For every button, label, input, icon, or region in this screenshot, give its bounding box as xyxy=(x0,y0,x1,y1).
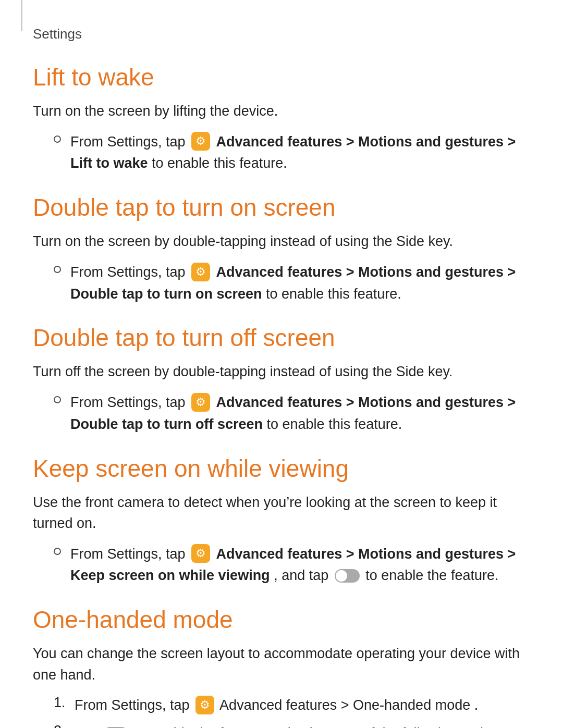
bullet-double-tap-on: From Settings, tap Advanced features > M… xyxy=(54,262,530,305)
bullet-text-lift-to-wake: From Settings, tap Advanced features > M… xyxy=(70,131,530,175)
bullet-circle-icon xyxy=(54,396,61,403)
ordered-item-1: 1. From Settings, tap Advanced features … xyxy=(54,695,530,717)
settings-icon xyxy=(191,132,210,151)
text-after-double-tap-off: to enable this feature. xyxy=(267,416,402,432)
text-from-settings-1: From Settings, tap xyxy=(75,697,193,713)
text-after-lift-to-wake: to enable this feature. xyxy=(152,155,287,171)
settings-icon xyxy=(191,393,210,412)
bullet-double-tap-off: From Settings, tap Advanced features > M… xyxy=(54,392,530,436)
text-from-settings: From Settings, tap xyxy=(70,134,189,150)
section-desc-double-tap-on: Turn on the screen by double-tapping ins… xyxy=(33,231,530,252)
section-one-handed-mode: One-handed mode You can change the scree… xyxy=(33,606,530,728)
bullet-text-keep-screen-on: From Settings, tap Advanced features > M… xyxy=(70,544,530,587)
text-end-keep-screen-on: to enable the feature. xyxy=(365,567,498,583)
ordered-num-2: 2. xyxy=(54,723,75,728)
section-lift-to-wake: Lift to wake Turn on the screen by lifti… xyxy=(33,63,530,175)
ordered-text-2: Tap to enable the feature and select one… xyxy=(75,723,530,728)
text-from-settings: From Settings, tap xyxy=(70,546,189,562)
bullet-circle-icon xyxy=(54,266,61,273)
page-border-left xyxy=(21,0,22,31)
section-title-double-tap-on: Double tap to turn on screen xyxy=(33,193,530,221)
settings-icon xyxy=(191,263,210,281)
section-title-lift-to-wake: Lift to wake xyxy=(33,63,530,91)
text-from-settings: From Settings, tap xyxy=(70,264,189,280)
ordered-num-1: 1. xyxy=(54,695,75,711)
toggle-icon-keep-screen-on xyxy=(335,569,360,583)
text-and-tap: , and tap xyxy=(274,567,333,583)
settings-icon xyxy=(195,696,214,714)
bullet-text-double-tap-off: From Settings, tap Advanced features > M… xyxy=(70,392,530,436)
section-desc-keep-screen-on: Use the front camera to detect when you’… xyxy=(33,492,530,534)
text-tap: Tap xyxy=(75,725,101,728)
section-title-double-tap-off: Double tap to turn off screen xyxy=(33,324,530,352)
settings-icon xyxy=(191,544,210,563)
bullet-text-double-tap-on: From Settings, tap Advanced features > M… xyxy=(70,262,530,305)
section-double-tap-off: Double tap to turn off screen Turn off t… xyxy=(33,324,530,435)
section-double-tap-on: Double tap to turn on screen Turn on the… xyxy=(33,193,530,305)
section-desc-lift-to-wake: Turn on the screen by lifting the device… xyxy=(33,101,530,122)
bullet-lift-to-wake: From Settings, tap Advanced features > M… xyxy=(54,131,530,175)
text-from-settings: From Settings, tap xyxy=(70,394,189,410)
bullet-keep-screen-on: From Settings, tap Advanced features > M… xyxy=(54,544,530,587)
section-title-one-handed-mode: One-handed mode xyxy=(33,606,530,634)
ordered-text-1: From Settings, tap Advanced features > O… xyxy=(75,695,530,717)
bold-path-one-handed: Advanced features > One-handed mode xyxy=(219,697,470,713)
text-after-double-tap-on: to enable this feature. xyxy=(266,286,401,302)
text-after-toggle: to enable the feature and select one of … xyxy=(134,725,510,728)
section-desc-double-tap-off: Turn off the screen by double-tapping in… xyxy=(33,361,530,382)
bullet-circle-icon xyxy=(54,135,61,143)
ordered-item-2: 2. Tap to enable the feature and select … xyxy=(54,723,530,728)
section-desc-one-handed-mode: You can change the screen layout to acco… xyxy=(33,643,530,685)
ordered-list-one-handed: 1. From Settings, tap Advanced features … xyxy=(54,695,530,728)
bullet-circle-icon xyxy=(54,548,61,555)
section-keep-screen-on: Keep screen on while viewing Use the fro… xyxy=(33,454,530,587)
settings-label: Settings xyxy=(33,26,530,42)
section-title-keep-screen-on: Keep screen on while viewing xyxy=(33,454,530,483)
text-after-one-handed: . xyxy=(474,697,479,713)
